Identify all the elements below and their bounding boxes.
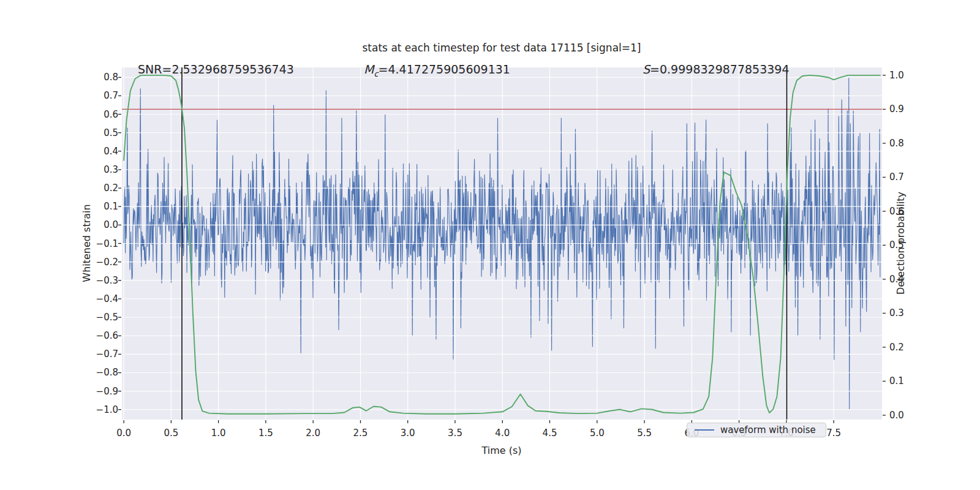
legend: waveform with noise [687,423,826,437]
right-y-tick-label: 1.0 [889,69,904,81]
x-tick-label: 1.0 [211,427,226,439]
figure: stats at each timestep for test data 171… [0,0,980,490]
left-y-tick-label: −0.9 [91,385,118,398]
left-y-tick-label: −0.1 [91,238,118,250]
right-y-tick-label: 0.3 [889,307,904,319]
x-tick-label: 0.5 [164,427,178,439]
x-tick-label: 4.5 [543,427,557,439]
left-y-tick-label: 0.6 [91,108,118,121]
right-y-tick-label: 0.6 [889,205,904,217]
x-tick-label: 5.5 [637,427,652,439]
left-y-tick-label: 0.8 [91,71,118,83]
left-y-tick-label: −0.7 [91,348,118,360]
left-y-tick-label: 0.2 [91,182,118,194]
x-tick-label: 1.5 [258,427,273,439]
x-tick-label: 2.5 [353,427,368,439]
x-tick-label: 2.0 [306,427,320,439]
left-y-axis-label: Whitened strain [81,204,92,282]
left-y-tick-label: −0.2 [91,256,118,268]
x-axis-label: Time (s) [481,445,521,456]
chart-title: stats at each timestep for test data 171… [363,42,641,54]
x-tick-label: 3.5 [448,427,462,439]
left-y-tick-label: −0.6 [91,330,118,342]
left-y-tick-label: 0.1 [91,200,118,213]
left-y-tick-label: −0.5 [91,311,118,323]
x-tick-label: 4.0 [495,427,510,439]
x-tick-label: 3.0 [401,427,415,439]
right-y-tick-label: 0.2 [889,341,904,353]
right-y-tick-label: 0.5 [889,239,904,251]
left-y-tick-label: 0.3 [91,164,118,176]
x-tick-label: 7.5 [826,427,841,439]
right-y-tick-label: 0.4 [889,273,904,285]
right-y-tick-label: 0.9 [889,103,904,115]
left-y-tick-label: 0.7 [91,89,118,102]
left-y-tick-label: −0.8 [91,366,118,379]
left-y-tick-label: −0.4 [91,293,118,305]
left-y-tick-label: 0.0 [91,219,118,231]
annotation-snr: SNR=2.532968759536743 [138,61,294,77]
annotation-significance: S=0.9998329877853394 [643,61,790,77]
annotation-chirp-mass: Mc=4.417275905609131 [364,61,510,77]
right-y-tick-label: 0.8 [889,137,904,149]
x-tick-label: 0.0 [116,427,131,439]
left-y-tick-label: 0.5 [91,127,118,139]
right-y-tick-label: 0.1 [889,375,904,387]
x-tick-label: 5.0 [590,427,605,439]
legend-label: waveform with noise [720,424,816,435]
left-y-tick-label: −0.3 [91,274,118,287]
left-y-tick-label: 0.4 [91,145,118,157]
left-y-tick-label: −1.0 [91,404,118,416]
right-y-tick-label: 0.0 [889,409,904,421]
right-y-tick-label: 0.7 [889,171,904,183]
legend-line-sample [695,429,714,431]
